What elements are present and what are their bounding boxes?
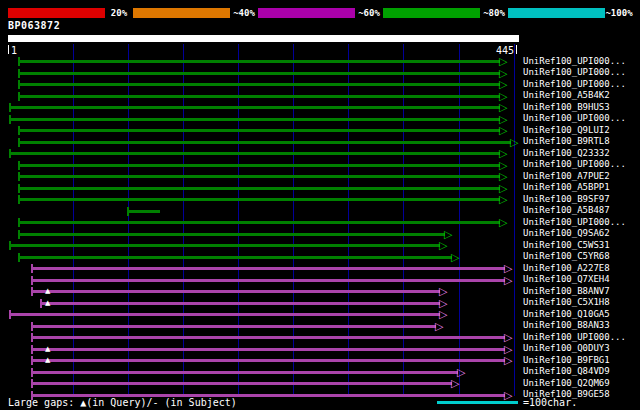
alignment-bar[interactable] [18,175,500,178]
alignment-end-arrow-icon: ▷ [504,390,512,401]
alignment-bar[interactable] [9,244,440,247]
subject-label: UniRef100_UPI000... [523,113,626,123]
subject-label: UniRef100_Q2QM69 [523,378,610,388]
alignment-bar[interactable] [31,325,436,328]
alignment-end-arrow-icon: ▷ [504,355,512,366]
alignment-bar[interactable] [18,141,511,144]
alignment-end-arrow-icon: ▷ [457,367,465,378]
query-name: BP063872 [8,20,60,31]
alignment-end-arrow-icon: ▷ [499,160,507,171]
gap-marker-icon: ▲ [45,300,50,307]
subject-label: UniRef100_A5B487 [523,205,610,215]
alignment-bar[interactable] [18,95,500,98]
alignment-end-arrow-icon: ▷ [439,309,447,320]
alignment-bar[interactable] [9,313,440,316]
alignment-end-arrow-icon: ▷ [499,183,507,194]
alignment-bar[interactable] [9,118,500,121]
subject-label: UniRef100_A7PUE2 [523,171,610,181]
alignment-end-arrow-icon: ▷ [504,275,512,286]
colorbar-segment [258,8,355,18]
colorbar-label: ~80% [480,8,508,18]
alignment-bar[interactable] [18,164,500,167]
subject-label: UniRef100_Q9SA62 [523,228,610,238]
subject-label: UniRef100_UPI000... [523,67,626,77]
colorbar-label: ~40% [230,8,258,18]
alignment-bar[interactable] [31,348,505,351]
alignment-end-arrow-icon: ▷ [499,68,507,79]
subject-label: UniRef100_B9FBG1 [523,355,610,365]
alignment-end-arrow-icon: ▷ [504,344,512,355]
alignment-bar[interactable] [18,221,500,224]
gridline [514,44,515,396]
identity-colorbar: 20%~40%~60%~80%~100% [8,8,633,18]
subject-label: UniRef100_Q84VD9 [523,366,610,376]
subject-label: UniRef100_UPI000... [523,56,626,66]
colorbar-segment [8,8,105,18]
subject-label: UniRef100_Q7XEH4 [523,274,610,284]
colorbar-segment [133,8,230,18]
query-ruler [8,35,519,42]
alignment-end-arrow-icon: ▷ [499,79,507,90]
subject-label: UniRef100_B9RTL8 [523,136,610,146]
alignment-bar[interactable] [18,72,500,75]
alignment-bar[interactable] [31,290,440,293]
subject-label: UniRef100_C5WS31 [523,240,610,250]
alignment-end-arrow-icon: ▷ [504,263,512,274]
alignment-bar[interactable] [18,83,500,86]
alignment-plot: 1 445 ▷UniRef100_UPI000...▷UniRef100_UPI… [0,44,640,404]
coord-start: 1 [11,46,17,56]
alignment-bar[interactable] [31,371,458,374]
gap-marker-icon: ▲ [45,288,50,295]
alignment-end-arrow-icon: ▷ [499,217,507,228]
alignment-end-arrow-icon: ▷ [451,378,459,389]
subject-label: UniRef100_B9SF97 [523,194,610,204]
blast-alignment-overview: 20%~40%~60%~80%~100% BP063872 1 445 ▷Uni… [0,0,640,410]
alignment-bar[interactable] [31,382,452,385]
subject-label: UniRef100_C5X1H8 [523,297,610,307]
subject-label: UniRef100_UPI000... [523,79,626,89]
alignment-end-arrow-icon: ▷ [499,194,507,205]
alignment-end-arrow-icon: ▷ [499,91,507,102]
subject-label: UniRef100_B8ANV7 [523,286,610,296]
subject-label: UniRef100_A5BPP1 [523,182,610,192]
alignment-end-arrow-icon: ▷ [444,229,452,240]
subject-label: UniRef100_Q10GA5 [523,309,610,319]
subject-label: UniRef100_Q0DUY3 [523,343,610,353]
subject-label: UniRef100_B8AN33 [523,320,610,330]
gap-marker-icon: ▲ [45,357,50,364]
colorbar-label: ~60% [355,8,383,18]
alignment-end-arrow-icon: ▷ [499,171,507,182]
alignment-bar[interactable] [127,210,160,213]
large-gaps-legend: Large gaps: ▲(in Query)/- (in Subject) [8,397,237,408]
alignment-bar[interactable] [18,187,500,190]
colorbar-segment [383,8,480,18]
alignment-bar[interactable] [18,60,500,63]
alignment-bar[interactable] [40,302,440,305]
alignment-end-arrow-icon: ▷ [439,298,447,309]
subject-label: UniRef100_UPI000... [523,159,626,169]
alignment-end-arrow-icon: ▷ [439,240,447,251]
alignment-bar[interactable] [9,106,500,109]
alignment-bar[interactable] [31,267,505,270]
subject-label: UniRef100_Q9LUI2 [523,125,610,135]
alignment-end-arrow-icon: ▷ [504,332,512,343]
colorbar-label: ~100% [605,8,633,18]
alignment-end-arrow-icon: ▷ [499,56,507,67]
alignment-bar[interactable] [9,152,500,155]
alignment-end-arrow-icon: ▷ [499,114,507,125]
scale-bar-icon [437,401,518,404]
alignment-bar[interactable] [18,256,452,259]
alignment-bar[interactable] [18,198,500,201]
alignment-end-arrow-icon: ▷ [510,137,518,148]
subject-label: UniRef100_C5YR68 [523,251,610,261]
alignment-end-arrow-icon: ▷ [499,102,507,113]
alignment-bar[interactable] [18,129,500,132]
alignment-bar[interactable] [31,359,505,362]
alignment-bar[interactable] [31,336,505,339]
gap-marker-icon: ▲ [45,346,50,353]
coord-start-tick [8,45,9,54]
subject-label: UniRef100_UPI000... [523,217,626,227]
subject-label: UniRef100_Q23332 [523,148,610,158]
alignment-bar[interactable] [31,279,505,282]
alignment-bar[interactable] [18,233,445,236]
